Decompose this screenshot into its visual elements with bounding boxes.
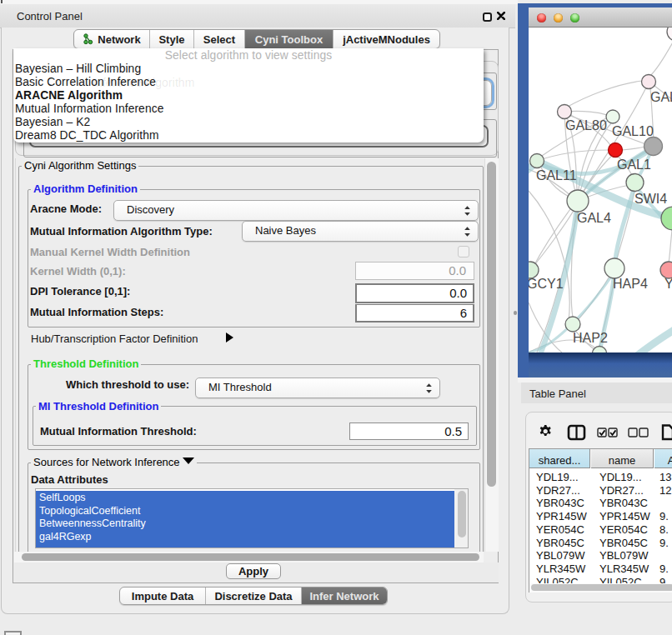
- svg-text:GAL80: GAL80: [565, 118, 607, 132]
- svg-text:SWI4: SWI4: [634, 192, 667, 206]
- svg-text:GAL7: GAL7: [650, 90, 672, 104]
- svg-text:HAP2: HAP2: [573, 331, 608, 345]
- svg-text:GAL10: GAL10: [612, 124, 654, 138]
- svg-text:GAL1: GAL1: [617, 158, 651, 172]
- svg-text:Y: Y: [664, 277, 672, 291]
- svg-text:GCY1: GCY1: [529, 277, 564, 291]
- svg-text:HAP4: HAP4: [613, 277, 648, 291]
- svg-text:GAL11: GAL11: [536, 168, 577, 182]
- svg-text:GAL4: GAL4: [577, 211, 611, 225]
